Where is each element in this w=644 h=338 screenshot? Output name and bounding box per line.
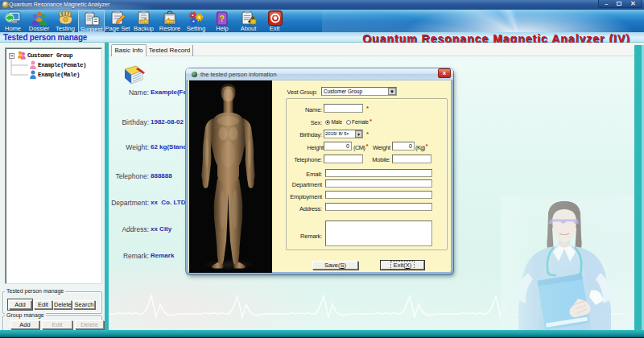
svg-text:?: ? <box>219 14 225 23</box>
